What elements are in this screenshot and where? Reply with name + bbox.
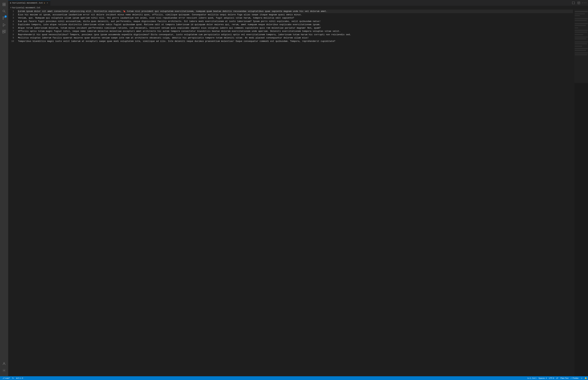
activity-run[interactable] (1, 22, 7, 28)
line-ending-text: LF (556, 377, 558, 379)
activity-bar-bottom (1, 361, 7, 375)
activity-extensions[interactable] (1, 29, 7, 35)
activity-explorer[interactable] (1, 1, 7, 7)
line-number: 10 (8, 40, 15, 43)
line-number: 5 (8, 23, 15, 26)
spaces-text: Spaces: 4 (538, 377, 547, 379)
prettier-icon: ✓ (570, 377, 572, 379)
main-area: ≡ horizontal-movement.txt U × ··· ≡ hori… (8, 0, 588, 376)
code-line: Lorem ipsum dolor sit amet consectetur a… (18, 10, 573, 13)
tab-bar: ≡ horizontal-movement.txt U × ··· (8, 0, 588, 6)
svg-rect-36 (574, 10, 588, 83)
errors-icon: ⊗ (16, 377, 18, 379)
activity-settings[interactable] (1, 367, 7, 374)
warnings-icon: ⚠ (20, 377, 21, 379)
errors-status[interactable]: ⊗ 0 ⚠ 0 (15, 376, 24, 380)
language-text: Plain Text (560, 377, 569, 379)
svg-rect-11 (2, 30, 4, 32)
status-right: Ln 1, Col 1 Spaces: 4 UTF-8 LF Plain Tex… (526, 376, 588, 380)
more-actions-button[interactable]: ··· (582, 0, 587, 5)
svg-point-7 (3, 19, 3, 19)
code-line: Atque rerum laboriosam dolorum, totam mi… (18, 26, 573, 30)
svg-rect-0 (3, 3, 4, 4)
svg-point-10 (3, 26, 3, 27)
status-left: ⎇ main* ↻ ⊗ 0 ⚠ 0 (0, 376, 24, 380)
toggle-layout-button[interactable] (576, 0, 581, 5)
line-number: 2 (8, 13, 15, 17)
code-line: Officiis optio totam magni fugiat nihil,… (18, 30, 573, 33)
bell-status[interactable]: 🔔 (584, 376, 588, 380)
branch-name: main* (5, 377, 10, 379)
spaces-status[interactable]: Spaces: 4 (537, 376, 548, 380)
tab-title: horizontal-movement.txt (12, 2, 43, 4)
activity-bar-top: 7 (1, 1, 7, 361)
svg-point-6 (3, 17, 3, 18)
svg-rect-1 (4, 3, 5, 4)
sync-status[interactable]: ↻ (11, 376, 15, 380)
branch-status[interactable]: ⎇ main* (1, 376, 11, 380)
line-number: 6 (8, 26, 15, 30)
encoding-status[interactable]: UTF-8 (548, 376, 555, 380)
svg-rect-3 (4, 5, 5, 6)
feedback-status[interactable]: ☺ (580, 376, 584, 380)
minimap (574, 10, 588, 376)
tab-dirty-indicator: U (44, 2, 45, 4)
bell-icon: 🔔 (585, 377, 587, 379)
prettier-status[interactable]: ✓ Prettier (569, 376, 580, 380)
line-ending-status[interactable]: LF (555, 376, 559, 380)
prettier-text: Prettier (572, 377, 578, 379)
breadcrumb: ≡ horizontal-movement.txt (8, 6, 588, 10)
source-control-badge: 7 (4, 15, 7, 18)
warnings-count: 0 (22, 377, 23, 379)
code-line: Explicabo tempora, iste atque ratione di… (18, 23, 573, 26)
breadcrumb-icon: ≡ (10, 6, 12, 9)
activity-search[interactable] (1, 8, 7, 14)
activity-source-control[interactable]: 7 (1, 15, 7, 21)
breadcrumb-title: horizontal-movement.txt (12, 7, 40, 9)
svg-point-15 (3, 370, 5, 371)
svg-rect-12 (4, 30, 6, 32)
svg-line-5 (4, 12, 5, 12)
code-line: Temporibus blanditiis magni iusto velit … (18, 40, 573, 43)
branch-icon: ⎇ (2, 377, 5, 379)
code-line: Reprehenderit hic quod necessitatibus? T… (18, 33, 573, 37)
line-number: 9 (8, 36, 15, 40)
language-status[interactable]: Plain Text (559, 376, 570, 380)
editor-area[interactable]: 12345678910 Lorem ipsum dolor sit amet c… (8, 10, 588, 376)
sync-icon: ↻ (12, 377, 14, 379)
tab-file-icon: ≡ (10, 2, 11, 4)
line-number: 1 (8, 10, 15, 13)
svg-marker-9 (3, 24, 5, 26)
active-tab[interactable]: ≡ horizontal-movement.txt U × (8, 0, 50, 6)
line-numbers: 12345678910 (8, 10, 17, 376)
svg-rect-2 (3, 5, 4, 6)
code-content[interactable]: Lorem ipsum dolor sit amet consectetur a… (17, 10, 574, 376)
feedback-icon: ☺ (581, 377, 583, 379)
code-line: Mollitia voluptas laborum facilis quaera… (18, 36, 573, 40)
code-line: Eum qui facere fugit possimus nihil accu… (18, 20, 573, 23)
line-number: 4 (8, 20, 15, 23)
split-editor-button[interactable] (571, 0, 576, 5)
activity-account[interactable] (1, 361, 7, 367)
activity-bar: 7 (0, 0, 8, 376)
line-number: 3 (8, 16, 15, 20)
code-line: Veniam, quo. Numquam qui voluptate ullam… (18, 16, 573, 20)
encoding-text: UTF-8 (549, 377, 554, 379)
line-number: 7 (8, 30, 15, 33)
line-number: 8 (8, 33, 15, 37)
errors-count: 0 (18, 377, 19, 379)
code-line: Eius hic maxime ut ipsum, accusantium la… (18, 13, 573, 17)
svg-point-14 (3, 362, 5, 364)
position-status[interactable]: Ln 1, Col 1 (526, 376, 537, 380)
tab-bar-right: ··· (571, 0, 588, 6)
tab-close-button[interactable]: × (46, 2, 49, 4)
svg-point-4 (3, 10, 5, 12)
svg-rect-13 (2, 32, 4, 33)
status-bar: ⎇ main* ↻ ⊗ 0 ⚠ 0 Ln 1, Col 1 Spaces: 4 … (0, 376, 588, 380)
position-text: Ln 1, Col 1 (528, 377, 536, 379)
